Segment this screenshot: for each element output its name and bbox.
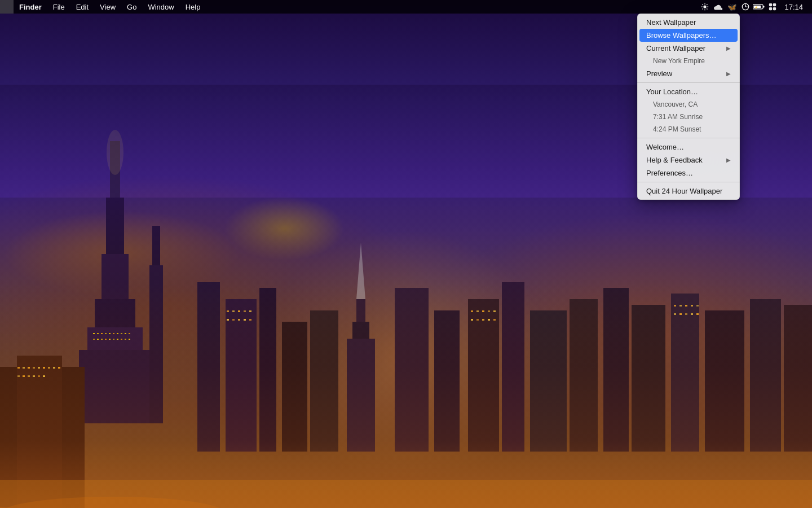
- go-menu[interactable]: Go: [121, 0, 142, 14]
- your-location-item[interactable]: Your Location…: [637, 85, 740, 98]
- sunrise-item: 7:31 AM Sunrise: [637, 111, 740, 123]
- help-menu[interactable]: Help: [180, 0, 206, 14]
- svg-text:⚡: ⚡: [755, 6, 758, 10]
- svg-rect-123: [773, 3, 776, 6]
- svg-rect-119: [764, 6, 765, 7]
- apple-menu[interactable]: [0, 0, 14, 14]
- file-menu[interactable]: File: [47, 0, 70, 14]
- preview-item[interactable]: Preview ▶: [637, 67, 740, 80]
- menubar: Finder File Edit View Go Window Help: [0, 0, 812, 14]
- cloud-icon[interactable]: [712, 1, 725, 13]
- menubar-time: 17:14: [780, 3, 807, 11]
- svg-rect-125: [773, 7, 776, 10]
- welcome-item[interactable]: Welcome…: [637, 141, 740, 154]
- help-feedback-chevron: ▶: [726, 157, 731, 163]
- window-menu[interactable]: Window: [142, 0, 179, 14]
- help-feedback-label: Help & Feedback: [646, 156, 703, 164]
- svg-line-112: [707, 8, 708, 9]
- menubar-right: 🦋 ⚡ 17:14: [699, 1, 812, 13]
- wallpaper-name-item: New York Empire: [637, 55, 740, 67]
- separator-2: [637, 138, 740, 138]
- dropdown-menu: Next Wallpaper Browse Wallpapers… Curren…: [637, 14, 740, 200]
- svg-rect-124: [769, 7, 772, 10]
- sunset-item: 4:24 PM Sunset: [637, 123, 740, 135]
- preview-chevron: ▶: [726, 71, 731, 77]
- butterfly-icon[interactable]: 🦋: [726, 1, 738, 13]
- preview-label: Preview: [646, 69, 672, 78]
- separator-1: [637, 82, 740, 83]
- current-wallpaper-item[interactable]: Current Wallpaper ▶: [637, 42, 740, 55]
- quit-item[interactable]: Quit 24 Hour Wallpaper: [637, 185, 740, 198]
- svg-point-106: [704, 5, 707, 8]
- menubar-left: Finder File Edit View Go Window Help: [0, 0, 206, 14]
- separator-3: [637, 182, 740, 182]
- preferences-item[interactable]: Preferences…: [637, 167, 740, 179]
- view-menu[interactable]: View: [94, 0, 121, 14]
- svg-rect-122: [769, 3, 772, 6]
- city-glow-overlay: [0, 282, 812, 508]
- next-wallpaper-item[interactable]: Next Wallpaper: [637, 16, 740, 29]
- help-feedback-item[interactable]: Help & Feedback ▶: [637, 154, 740, 167]
- current-wallpaper-chevron: ▶: [726, 45, 731, 51]
- controlcenter-icon[interactable]: [766, 1, 779, 13]
- location-city-item: Vancouver, CA: [637, 98, 740, 111]
- timer-icon[interactable]: [739, 1, 752, 13]
- svg-line-111: [703, 5, 703, 5]
- battery-icon[interactable]: ⚡: [753, 1, 765, 13]
- svg-line-114: [703, 8, 703, 9]
- browse-wallpapers-item[interactable]: Browse Wallpapers…: [639, 29, 738, 42]
- current-wallpaper-label: Current Wallpaper: [646, 44, 705, 52]
- brightness-icon[interactable]: [699, 1, 711, 13]
- edit-menu[interactable]: Edit: [70, 0, 94, 14]
- svg-line-113: [707, 5, 708, 5]
- finder-menu[interactable]: Finder: [14, 0, 47, 14]
